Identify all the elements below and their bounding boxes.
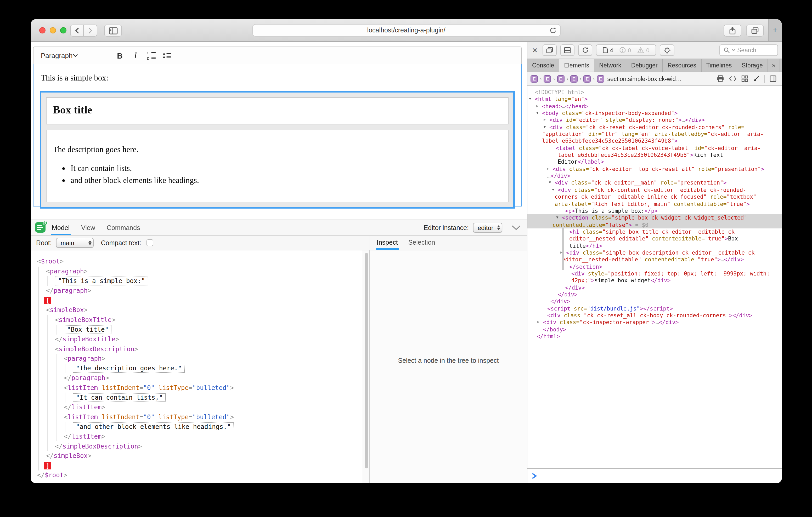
model-tree-line[interactable]: <simpleBoxDescription> xyxy=(31,344,369,354)
model-tree-line[interactable]: "It can contain lists," xyxy=(31,393,369,402)
dom-tree-line[interactable]: </div> xyxy=(527,284,782,291)
dom-tree-line[interactable]: label_e63cbbfece34c53ce23501062343f49b8"… xyxy=(527,138,782,145)
model-tree-line[interactable]: <simpleBoxTitle> xyxy=(31,315,369,325)
dock-bottom-button[interactable] xyxy=(560,44,575,56)
model-tree-line[interactable]: </paragraph> xyxy=(31,286,369,296)
model-tree-line[interactable]: <paragraph> xyxy=(31,354,369,364)
model-tree-line[interactable]: </simpleBoxTitle> xyxy=(31,335,369,344)
model-tree-line[interactable]: </paragraph> xyxy=(31,373,369,383)
model-tree-scrollbar[interactable] xyxy=(362,250,369,483)
dom-tree-line[interactable]: </body> xyxy=(527,326,782,333)
devtools-tab-debugger[interactable]: Debugger xyxy=(627,59,663,71)
dom-tree-line[interactable]: ▼<html lang="en"> xyxy=(527,96,782,103)
tab-overview-button[interactable] xyxy=(746,25,764,37)
dom-tree-line[interactable]: "application" dir="ltr" lang="en" aria-l… xyxy=(527,131,782,138)
dom-tree-line[interactable]: Editor</label> xyxy=(527,159,782,166)
expanded-arrow-icon[interactable]: ▼ xyxy=(544,124,546,131)
dom-tree-line[interactable]: label_e63cbbfece34c53ce23501062343f49b8"… xyxy=(527,152,782,159)
model-tree-line[interactable]: </simpleBox> xyxy=(31,451,369,461)
model-tree-line[interactable]: "This is a simple box:" xyxy=(31,276,369,286)
close-devtools-button[interactable]: ✕ xyxy=(531,46,539,54)
model-tree-line[interactable]: "Box title" xyxy=(31,325,369,334)
element-badge[interactable]: E xyxy=(584,75,591,82)
expanded-arrow-icon[interactable]: ▼ xyxy=(549,180,551,187)
dom-tree-line[interactable]: <h1 class="simple-box-title ck-editor__e… xyxy=(527,229,782,236)
dom-tree-line[interactable]: </html> xyxy=(527,333,782,340)
devtools-add-tab-icon[interactable]: + xyxy=(780,59,782,71)
dom-tree-line[interactable]: <div class="ck ck-reset_all ck-body ck-r… xyxy=(527,312,782,319)
element-badge[interactable]: E xyxy=(530,75,538,82)
dom-tree-line[interactable]: <script src="dist/bundle.js"></script> xyxy=(527,305,782,312)
model-tree-line[interactable]: "The description goes here." xyxy=(31,364,369,373)
expanded-arrow-icon[interactable]: ▼ xyxy=(536,110,539,117)
sidebar-toggle-button[interactable] xyxy=(104,25,122,37)
expanded-arrow-icon[interactable]: ▼ xyxy=(556,214,558,221)
simple-box-title-field[interactable]: Box title xyxy=(46,97,509,124)
print-styles-icon[interactable] xyxy=(717,75,724,82)
new-tab-button[interactable]: + xyxy=(768,19,782,41)
dom-tree-line[interactable]: title</h1> xyxy=(527,242,782,249)
dom-tree-line[interactable]: ▶<div class="ck-inspector-wrapper">…</di… xyxy=(527,319,782,326)
back-button[interactable] xyxy=(70,25,84,37)
reload-icon[interactable] xyxy=(549,27,556,34)
element-badge[interactable]: E xyxy=(597,75,604,82)
simple-box-description-field[interactable]: The description goes here. It can contai… xyxy=(46,130,509,202)
model-tree-line[interactable]: </$root> xyxy=(31,470,369,480)
simple-box-widget[interactable]: Box title The description goes here. It … xyxy=(40,91,515,209)
inspector-tab-model[interactable]: Model xyxy=(52,220,69,235)
editor-editable-area[interactable]: This is a simple box: Box title The desc… xyxy=(33,64,522,207)
dom-tree-line[interactable]: editor__nested-editable" contenteditable… xyxy=(527,235,782,242)
description-paragraph[interactable]: The description goes here. xyxy=(53,145,502,154)
devtools-tab-timelines[interactable]: Timelines xyxy=(702,59,737,71)
compact-text-checkbox[interactable] xyxy=(146,239,153,246)
dom-tree-line[interactable]: ▼<section class="simple-box ck-widget ck… xyxy=(527,214,782,221)
share-button[interactable] xyxy=(724,25,742,37)
dom-tree-line[interactable]: <label class="ck ck-label ck-voice-label… xyxy=(527,145,782,152)
devtools-more-tabs-icon[interactable]: » xyxy=(768,59,780,71)
devtools-tab-console[interactable]: Console xyxy=(527,59,559,71)
layout-grid-icon[interactable] xyxy=(742,75,748,82)
details-sidebar-icon[interactable] xyxy=(770,75,776,82)
dom-tree-line[interactable]: <p>This is a simple box:</p> xyxy=(527,208,782,215)
collapsed-arrow-icon[interactable]: ▶ xyxy=(544,117,546,124)
model-tree-line[interactable]: [ xyxy=(31,296,369,305)
inspect-tab-inspect[interactable]: Inspect xyxy=(377,239,398,250)
minimize-window-button[interactable] xyxy=(50,27,56,33)
element-picker-button[interactable] xyxy=(660,44,675,56)
breadcrumb-current[interactable]: section.simple-box.ck-wid… xyxy=(607,75,682,82)
dom-tree-line[interactable]: corners ck-editor__editable_inline ck-fo… xyxy=(527,193,782,201)
dom-tree-line[interactable]: ▼<div class="ck ck-reset ck-editor ck-ro… xyxy=(527,124,782,131)
element-badge[interactable]: E xyxy=(544,75,551,82)
expanded-arrow-icon[interactable]: ▼ xyxy=(552,187,554,194)
model-tree-line[interactable]: <listItem listIndent="0" listType="bulle… xyxy=(31,412,369,422)
model-tree-line[interactable]: </listItem> xyxy=(31,402,369,412)
numbered-list-button[interactable]: 1 2 xyxy=(143,49,159,62)
root-select[interactable]: main xyxy=(56,238,94,248)
scrollbar-thumb[interactable] xyxy=(365,253,368,468)
dom-tree-line[interactable]: ▼<div class="ck ck-editor__main" role="p… xyxy=(527,180,782,187)
dom-tree-line[interactable]: editor__nested-editable" contenteditable… xyxy=(527,256,782,264)
detach-devtools-button[interactable] xyxy=(543,44,557,56)
bold-button[interactable]: B xyxy=(112,49,128,62)
dom-tree-line[interactable]: ▶<head>…</head> xyxy=(527,103,782,110)
collapse-inspector-button[interactable] xyxy=(512,225,521,230)
italic-button[interactable]: I xyxy=(128,49,143,62)
source-code-icon[interactable] xyxy=(729,76,737,82)
collapsed-arrow-icon[interactable]: ▶ xyxy=(537,319,540,326)
zoom-window-button[interactable] xyxy=(60,27,66,33)
model-tree-line[interactable]: <listItem listIndent="0" listType="bulle… xyxy=(31,383,369,393)
editor-instance-select[interactable]: editor xyxy=(473,223,502,233)
dom-tree-line[interactable]: 42px;">simple box widget</div> xyxy=(527,277,782,284)
intro-paragraph[interactable]: This is a simple box: xyxy=(41,73,515,83)
console-prompt[interactable] xyxy=(527,468,782,483)
dom-tree-line[interactable]: contenteditable="false"> = $0 xyxy=(527,221,782,229)
inspector-tab-commands[interactable]: Commands xyxy=(107,220,140,235)
dom-tree-line[interactable]: </section> xyxy=(527,263,782,270)
model-tree-line[interactable]: "and other block elements like headings.… xyxy=(31,422,369,431)
model-tree-line[interactable]: <paragraph> xyxy=(31,266,369,276)
dom-tree-line[interactable]: <div style="position: fixed; top: 0px; l… xyxy=(527,270,782,277)
dom-tree-line[interactable]: </div> xyxy=(527,291,782,298)
paragraph-dropdown[interactable]: Paragraph xyxy=(41,52,105,59)
reload-page-button[interactable] xyxy=(578,44,592,56)
collapsed-arrow-icon[interactable]: ▶ xyxy=(560,249,562,256)
